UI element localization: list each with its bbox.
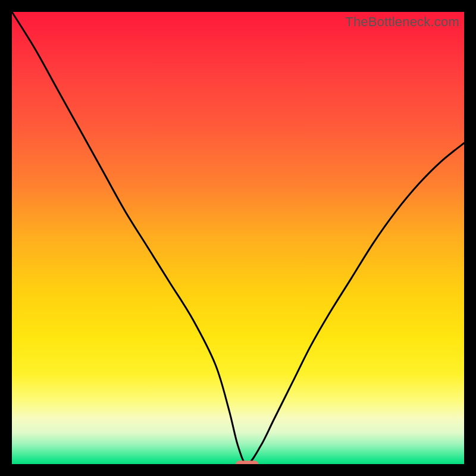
- chart-frame: TheBottleneck.com: [12, 12, 464, 464]
- watermark-text: TheBottleneck.com: [345, 14, 459, 30]
- optimal-marker: [236, 461, 258, 464]
- chart-background: [12, 12, 464, 464]
- bottleneck-chart: [12, 12, 464, 464]
